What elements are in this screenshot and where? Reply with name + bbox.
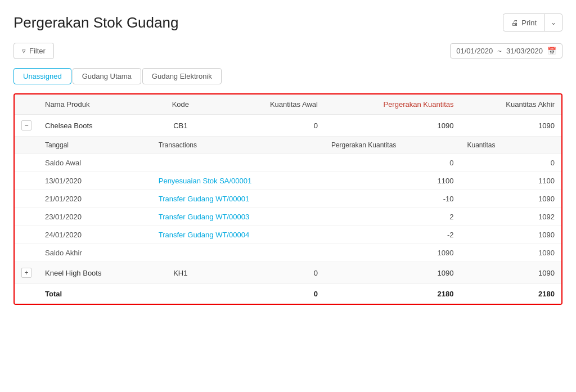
date-separator: ~: [497, 47, 502, 55]
sub-header-transactions: Transactions: [152, 137, 325, 154]
product-kuantitas-akhir-cell: 1090: [461, 115, 562, 137]
table-row: Saldo Awal 0 0: [15, 154, 561, 172]
col-header-expand: [15, 94, 38, 115]
page-title: Pergerakan Stok Gudang: [14, 14, 178, 31]
table-row: + Kneel High Boots KH1 0 1090 1090: [15, 262, 561, 284]
detail-pergerakan-3: 2: [325, 208, 461, 226]
col-header-kuantitas-awal: Kuantitas Awal: [209, 94, 325, 115]
total-row: Total 0 2180 2180: [15, 284, 561, 304]
detail-empty-4: [15, 226, 38, 244]
expand-cell-2: +: [15, 262, 38, 284]
total-code-empty: [152, 284, 209, 304]
detail-kuantitas-4: 1090: [461, 226, 562, 244]
detail-pergerakan-4: -2: [325, 226, 461, 244]
tab-gudang-elektronik[interactable]: Gudang Elektronik: [142, 68, 222, 84]
expand-cell: −: [15, 115, 38, 137]
saldo-awal-transaction: [152, 154, 325, 172]
page-header: Pergerakan Stok Gudang 🖨 Print ⌄: [14, 13, 562, 31]
tab-gudang-utama[interactable]: Gudang Utama: [73, 68, 141, 84]
main-table-container: Nama Produk Kode Kuantitas Awal Pergerak…: [14, 93, 562, 305]
product-kuantitas-awal-cell: 0: [209, 115, 325, 137]
sub-header-kuantitas: Kuantitas: [461, 137, 562, 154]
detail-empty-3: [15, 208, 38, 226]
detail-empty-2: [15, 190, 38, 208]
product-name-cell: Chelsea Boots: [38, 115, 152, 137]
saldo-akhir-empty: [15, 244, 38, 262]
total-pergerakan: 2180: [325, 284, 461, 304]
detail-date-1: 13/01/2020: [38, 172, 152, 190]
product-pergerakan-cell-2: 1090: [325, 262, 461, 284]
transaction-link-1[interactable]: Penyesuaian Stok SA/00001: [159, 177, 252, 185]
transaction-link-3[interactable]: Transfer Gudang WT/00003: [159, 213, 249, 221]
sub-header-empty: [15, 137, 38, 154]
table-row: 23/01/2020 Transfer Gudang WT/00003 2 10…: [15, 208, 561, 226]
product-code-cell-2: KH1: [152, 262, 209, 284]
detail-transaction-1: Penyesuaian Stok SA/00001: [152, 172, 325, 190]
printer-icon: 🖨: [511, 19, 519, 27]
sub-header-row: Tanggal Transactions Pergerakan Kuantita…: [15, 137, 561, 154]
saldo-akhir-label: Saldo Akhir: [38, 244, 152, 262]
table-header-row: Nama Produk Kode Kuantitas Awal Pergerak…: [15, 94, 561, 115]
saldo-awal-label: Saldo Awal: [38, 154, 152, 172]
detail-empty-1: [15, 172, 38, 190]
saldo-akhir-kuantitas: 1090: [461, 244, 562, 262]
saldo-awal-pergerakan: 0: [325, 154, 461, 172]
product-pergerakan-cell: 1090: [325, 115, 461, 137]
total-kuantitas-akhir: 2180: [461, 284, 562, 304]
detail-date-3: 23/01/2020: [38, 208, 152, 226]
print-button[interactable]: 🖨 Print: [503, 15, 544, 30]
expand-button[interactable]: +: [21, 268, 32, 278]
detail-pergerakan-2: -10: [325, 190, 461, 208]
col-header-pergerakan: Pergerakan Kuantitas: [325, 94, 461, 115]
total-label: Total: [38, 284, 152, 304]
stock-movement-table: Nama Produk Kode Kuantitas Awal Pergerak…: [15, 94, 561, 304]
filter-icon: ▿: [22, 47, 26, 55]
detail-kuantitas-2: 1090: [461, 190, 562, 208]
product-kuantitas-akhir-cell-2: 1090: [461, 262, 562, 284]
table-row: − Chelsea Boots CB1 0 1090 1090: [15, 115, 561, 137]
tab-unassigned[interactable]: Unassigned: [14, 68, 71, 84]
print-dropdown-button[interactable]: ⌄: [545, 15, 562, 30]
toolbar: ▿ Filter 01/01/2020 ~ 31/03/2020 📅: [14, 43, 562, 59]
product-kuantitas-awal-cell-2: 0: [209, 262, 325, 284]
detail-kuantitas-3: 1092: [461, 208, 562, 226]
detail-transaction-2: Transfer Gudang WT/00001: [152, 190, 325, 208]
calendar-icon: 📅: [547, 47, 556, 55]
table-row: 24/01/2020 Transfer Gudang WT/00004 -2 1…: [15, 226, 561, 244]
product-code-cell: CB1: [152, 115, 209, 137]
sub-header-pergerakan: Pergerakan Kuantitas: [325, 137, 461, 154]
total-empty: [15, 284, 38, 304]
sub-header-tanggal: Tanggal: [38, 137, 152, 154]
detail-transaction-3: Transfer Gudang WT/00003: [152, 208, 325, 226]
total-kuantitas-awal: 0: [209, 284, 325, 304]
tabs-container: Unassigned Gudang Utama Gudang Elektroni…: [14, 68, 562, 84]
detail-date-2: 21/01/2020: [38, 190, 152, 208]
col-header-kode: Kode: [152, 94, 209, 115]
detail-transaction-4: Transfer Gudang WT/00004: [152, 226, 325, 244]
saldo-akhir-transaction: [152, 244, 325, 262]
saldo-awal-empty: [15, 154, 38, 172]
date-from: 01/01/2020: [456, 47, 493, 55]
date-to: 31/03/2020: [506, 47, 543, 55]
saldo-awal-kuantitas: 0: [461, 154, 562, 172]
filter-button[interactable]: ▿ Filter: [14, 43, 54, 59]
print-btn-group: 🖨 Print ⌄: [503, 13, 562, 31]
transaction-link-2[interactable]: Transfer Gudang WT/00001: [159, 195, 249, 203]
saldo-akhir-pergerakan: 1090: [325, 244, 461, 262]
date-range-picker[interactable]: 01/01/2020 ~ 31/03/2020 📅: [450, 43, 562, 58]
table-row: Saldo Akhir 1090 1090: [15, 244, 561, 262]
product-name-cell-2: Kneel High Boots: [38, 262, 152, 284]
col-header-nama-produk: Nama Produk: [38, 94, 152, 115]
col-header-kuantitas-akhir: Kuantitas Akhir: [461, 94, 562, 115]
collapse-button[interactable]: −: [21, 120, 32, 130]
detail-kuantitas-1: 1100: [461, 172, 562, 190]
table-row: 21/01/2020 Transfer Gudang WT/00001 -10 …: [15, 190, 561, 208]
transaction-link-4[interactable]: Transfer Gudang WT/00004: [159, 231, 249, 239]
detail-date-4: 24/01/2020: [38, 226, 152, 244]
table-row: 13/01/2020 Penyesuaian Stok SA/00001 110…: [15, 172, 561, 190]
detail-pergerakan-1: 1100: [325, 172, 461, 190]
